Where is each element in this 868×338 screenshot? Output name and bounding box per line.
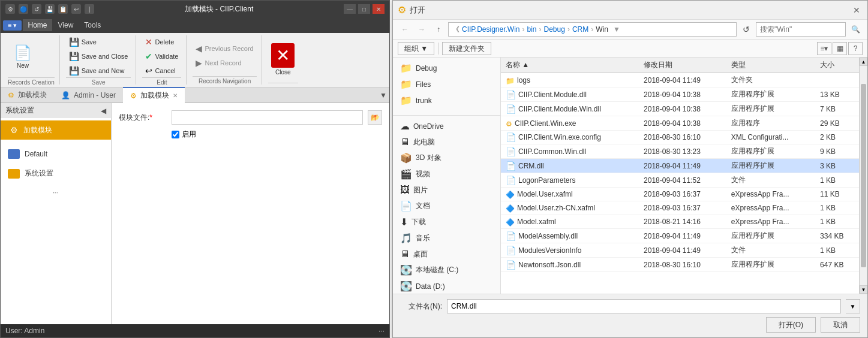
- col-date[interactable]: 修改日期: [639, 58, 726, 73]
- app-menu-button[interactable]: ≡ ▾: [3, 20, 22, 31]
- table-row[interactable]: ⚙CIIP.Client.Win.exe 2018-09-04 10:38 应用…: [501, 116, 859, 131]
- close-button[interactable]: ✕: [373, 4, 385, 14]
- help-button[interactable]: ?: [848, 42, 863, 55]
- scroll-up-arrow[interactable]: ▲: [860, 58, 867, 66]
- col-type[interactable]: 类型: [726, 58, 815, 73]
- enable-checkbox[interactable]: [172, 131, 179, 138]
- breadcrumb-bin[interactable]: bin: [527, 25, 537, 34]
- sidebar-docs[interactable]: 📄文档: [393, 198, 500, 214]
- breadcrumb-dropdown[interactable]: ▼: [613, 25, 620, 34]
- validate-button[interactable]: ✔ Validate: [142, 50, 181, 63]
- tab-close-icon-2[interactable]: ✕: [173, 92, 178, 99]
- sidebar-video[interactable]: 🎬视频: [393, 166, 500, 182]
- sidebar-trunk[interactable]: 📁trunk: [393, 92, 500, 108]
- menu-item-view[interactable]: View: [53, 19, 79, 31]
- sidebar-pictures[interactable]: 🖼图片: [393, 182, 500, 198]
- vertical-scrollbar[interactable]: ▲ ▼: [859, 58, 867, 294]
- menu-item-tools[interactable]: Tools: [79, 19, 106, 31]
- open-button[interactable]: 打开(O): [766, 317, 816, 333]
- tab-jiazai-1[interactable]: ⚙ 加载模块: [1, 87, 54, 102]
- save-and-new-button[interactable]: 💾 Save and New: [66, 64, 131, 77]
- sidebar-item-jiazai[interactable]: ⚙ 加载模块: [1, 120, 111, 140]
- copy-icon[interactable]: 📋: [58, 4, 68, 14]
- sidebar-thispc[interactable]: 🖥此电脑: [393, 134, 500, 150]
- sidebar-music[interactable]: 🎵音乐: [393, 230, 500, 246]
- breadcrumb-ciip[interactable]: CIIP.Designer.Win: [462, 25, 520, 34]
- table-row[interactable]: 📁logs 2018-09-04 11:49 文件夹: [501, 73, 859, 87]
- table-row[interactable]: 📄Newtonsoft.Json.dll 2018-08-30 16:10 应用…: [501, 258, 859, 272]
- sidebar-files[interactable]: 📁Files: [393, 76, 500, 92]
- breadcrumb-crm[interactable]: CRM: [572, 25, 588, 34]
- sidebar-onedrive[interactable]: ☁OneDrive: [393, 118, 500, 134]
- tab-gear-icon-2: ⚙: [130, 92, 137, 100]
- refresh-icon[interactable]: ↺: [32, 4, 41, 14]
- table-row[interactable]: 🔷Model.User.zh-CN.xafml 2018-09-03 16:37…: [501, 201, 859, 215]
- sidebar-disk-c[interactable]: 💽本地磁盘 (C:): [393, 262, 500, 278]
- nav-up-button[interactable]: ↑: [431, 23, 446, 36]
- filename-dropdown[interactable]: ▼: [846, 299, 860, 313]
- cancel-button[interactable]: ↩ Cancel: [142, 64, 181, 77]
- scroll-thumb[interactable]: [861, 84, 866, 267]
- circle-icon[interactable]: 🔵: [19, 4, 28, 14]
- sidebar-more-button[interactable]: ···: [1, 186, 111, 199]
- grid-view-button[interactable]: ▦: [833, 42, 847, 55]
- sidebar-3dobj[interactable]: 📦3D 对象: [393, 150, 500, 166]
- menu-item-home[interactable]: Home: [23, 19, 52, 31]
- main-content: 模块文件:* 📂 ↑ 启用: [112, 103, 389, 324]
- next-record-button[interactable]: ▶ Next Record: [193, 56, 256, 70]
- sidebar-debug[interactable]: 📁Debug: [393, 60, 500, 76]
- new-button[interactable]: 📄 New: [8, 35, 38, 77]
- close-ribbon-button[interactable]: ✕ Close: [268, 38, 298, 80]
- list-view-button[interactable]: ≡▾: [817, 42, 831, 55]
- dialog-close-button[interactable]: ✕: [851, 4, 863, 16]
- previous-record-button[interactable]: ◀ Previous Record: [193, 42, 256, 55]
- save-group-label: Save: [66, 77, 131, 86]
- organize-button[interactable]: 组织 ▼: [398, 42, 434, 55]
- sidebar-downloads[interactable]: ⬇下载: [393, 214, 500, 230]
- table-row[interactable]: 📄CIIP.Client.Module.dll 2018-09-04 10:38…: [501, 87, 859, 102]
- table-row[interactable]: 📄CIIP.Client.Win.exe.config 2018-08-30 1…: [501, 131, 859, 144]
- table-row[interactable]: 📄CRM.dll 2018-09-04 11:49 应用程序扩展 3 KB: [501, 159, 859, 173]
- cancel-dialog-button[interactable]: 取消: [821, 317, 860, 333]
- save-button[interactable]: 💾 Save: [66, 35, 131, 49]
- tab-jiazai-2[interactable]: ⚙ 加载模块 ✕: [123, 87, 185, 103]
- module-file-input[interactable]: [172, 110, 363, 125]
- refresh-button[interactable]: ↺: [739, 23, 753, 36]
- col-size[interactable]: 大小: [815, 58, 859, 73]
- tab-dropdown-arrow[interactable]: ▼: [377, 91, 389, 99]
- undo-icon[interactable]: ↩: [71, 4, 81, 14]
- save-and-close-button[interactable]: 💾 Save and Close: [66, 50, 131, 63]
- breadcrumb-debug[interactable]: Debug: [544, 25, 565, 34]
- sidebar-nav-system[interactable]: 系统设置: [1, 164, 111, 183]
- table-row[interactable]: 🔷Model.xafml 2018-08-21 14:16 eXpressApp…: [501, 215, 859, 229]
- table-row[interactable]: 📄LogonParameters 2018-09-04 11:52 文件 1 K…: [501, 173, 859, 188]
- save-icon[interactable]: 💾: [45, 4, 55, 14]
- search-button[interactable]: 🔍: [848, 23, 863, 36]
- minimize-button[interactable]: —: [344, 4, 356, 14]
- sidebar-desktop[interactable]: 🖥桌面: [393, 246, 500, 262]
- table-row[interactable]: 📄ModulesVersionInfo 2018-09-04 11:49 文件 …: [501, 243, 859, 258]
- breadcrumb-sep-2: ›: [539, 25, 542, 34]
- nav-forward-button[interactable]: →: [415, 23, 429, 36]
- maximize-button[interactable]: □: [358, 4, 370, 14]
- table-row[interactable]: 🔷Model.User.xafml 2018-09-03 16:37 eXpre…: [501, 188, 859, 201]
- delete-button[interactable]: ✕ Delete: [142, 35, 181, 49]
- settings-icon[interactable]: ⚙: [5, 4, 15, 14]
- new-button-area: 📄 New: [8, 35, 55, 77]
- browse-button[interactable]: 📂 ↑: [368, 110, 382, 125]
- search-input[interactable]: [756, 22, 846, 37]
- scroll-down-arrow[interactable]: ▼: [860, 285, 867, 294]
- filename-input[interactable]: [447, 299, 841, 313]
- file-name: CIIP.Client.Module.Win.dll: [518, 105, 601, 113]
- nav-back-button[interactable]: ←: [398, 23, 412, 36]
- sidebar-collapse-button[interactable]: ◀: [101, 107, 106, 115]
- col-name[interactable]: 名称 ▲: [501, 58, 639, 73]
- file-date: 2018-08-21 14:16: [639, 215, 726, 229]
- tab-admin-user[interactable]: 👤 Admin - User: [54, 89, 123, 102]
- new-folder-button[interactable]: 新建文件夹: [442, 42, 491, 55]
- table-row[interactable]: 📄ModelAssembly.dll 2018-09-04 11:49 应用程序…: [501, 229, 859, 243]
- sidebar-disk-d[interactable]: 💽Data (D:): [393, 278, 500, 294]
- table-row[interactable]: 📄CIIP.Client.Module.Win.dll 2018-09-04 1…: [501, 102, 859, 116]
- table-row[interactable]: 📄CIIP.Common.Win.dll 2018-08-30 13:23 应用…: [501, 144, 859, 159]
- sidebar-nav-default[interactable]: Default: [1, 144, 111, 164]
